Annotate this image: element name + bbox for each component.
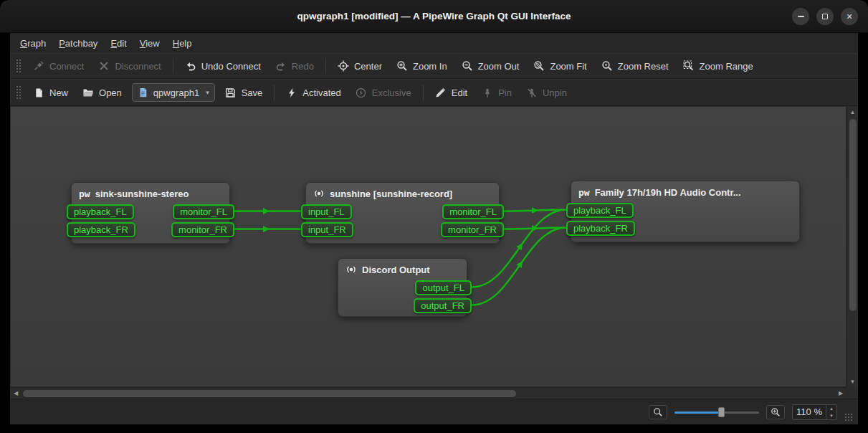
graph-canvas[interactable]: pw sink-sunshine-stereo playback_FL moni… — [10, 106, 846, 387]
hscroll-row: ◀ ▶ — [10, 387, 858, 399]
open-button[interactable]: Open — [75, 83, 129, 102]
port-playback-fr[interactable]: playback_FR — [566, 221, 635, 236]
center-button[interactable]: Center — [330, 57, 389, 75]
save-label: Save — [242, 87, 263, 98]
menu-patchbay[interactable]: Patchbay — [53, 35, 103, 52]
app-window: qpwgraph1 [modified] — A PipeWire Graph … — [0, 0, 868, 433]
spin-up-icon[interactable]: ▲ — [826, 405, 836, 412]
port-input-fr[interactable]: input_FR — [301, 222, 353, 237]
spin-down-icon[interactable]: ▼ — [826, 412, 836, 419]
node-header[interactable]: sunshine [sunshine-record] — [306, 183, 499, 204]
unpin-icon — [526, 87, 538, 98]
zoom-fit-button[interactable]: Zoom Fit — [526, 57, 593, 75]
activated-button[interactable]: Activated — [279, 83, 348, 102]
zoom-reset-button[interactable]: Zoom Reset — [594, 57, 676, 75]
node-sunshine-record[interactable]: sunshine [sunshine-record] input_FL moni… — [305, 182, 500, 244]
node-family-hd-audio[interactable]: pw Family 17h/19h HD Audio Contr... play… — [571, 181, 800, 242]
node-title: Family 17h/19h HD Audio Contr... — [595, 187, 741, 198]
redo-icon — [275, 60, 287, 72]
titlebar[interactable]: qpwgraph1 [modified] — A PipeWire Graph … — [0, 0, 868, 33]
edit-button[interactable]: Edit — [428, 83, 474, 102]
disconnect-label: Disconnect — [115, 61, 161, 72]
zoom-in-label: Zoom In — [413, 61, 447, 72]
center-label: Center — [354, 61, 382, 72]
disconnect-button[interactable]: Disconnect — [91, 57, 168, 75]
horizontal-scrollbar-handle[interactable] — [23, 390, 516, 397]
close-button[interactable]: ✕ — [841, 8, 858, 25]
zoom-percent-spinbox[interactable]: ▲ ▼ — [792, 404, 837, 420]
exclusive-button[interactable]: Exclusive — [348, 83, 419, 102]
zoom-in-icon — [771, 407, 781, 417]
node-sink-sunshine-stereo[interactable]: pw sink-sunshine-stereo playback_FL moni… — [71, 182, 230, 244]
zoom-reset-icon — [601, 60, 613, 72]
zoom-slider-handle[interactable] — [718, 407, 725, 417]
port-playback-fl[interactable]: playback_FL — [566, 203, 634, 218]
toolbar-main: Connect Disconnect Undo Connect Redo — [10, 53, 858, 79]
node-header[interactable]: pw sink-sunshine-stereo — [72, 183, 229, 204]
scrollbar-corner — [846, 387, 858, 399]
connect-button[interactable]: Connect — [26, 57, 91, 75]
window-title: qpwgraph1 [modified] — A PipeWire Graph … — [297, 11, 571, 22]
close-icon: ✕ — [846, 12, 852, 22]
zoom-range-label: Zoom Range — [700, 61, 753, 72]
patchbay-selected-value: qpwgraph1 — [153, 87, 199, 98]
undo-label: Undo Connect — [201, 61, 261, 72]
redo-button[interactable]: Redo — [268, 57, 321, 75]
window-controls: ✕ — [792, 0, 858, 33]
port-output-fl[interactable]: output_FL — [415, 280, 472, 295]
zoom-in-button[interactable]: Zoom In — [389, 57, 454, 75]
menu-help[interactable]: Help — [167, 35, 198, 52]
toolbar-drag-handle[interactable] — [16, 85, 22, 100]
zoom-range-button[interactable]: Zoom Range — [676, 57, 760, 75]
center-icon — [338, 60, 349, 72]
node-title: sink-sunshine-stereo — [95, 189, 189, 199]
horizontal-scrollbar[interactable]: ◀ ▶ — [10, 387, 846, 399]
vertical-scrollbar-handle[interactable] — [849, 119, 857, 311]
minimize-button[interactable] — [792, 8, 809, 25]
unpin-button[interactable]: Unpin — [519, 83, 574, 102]
port-output-fr[interactable]: output_FR — [414, 298, 472, 313]
window-resize-grip[interactable] — [844, 413, 854, 422]
port-monitor-fr[interactable]: monitor_FR — [171, 222, 234, 237]
vertical-scrollbar[interactable]: ▲ ▼ — [846, 106, 858, 387]
canvas-row: pw sink-sunshine-stereo playback_FL moni… — [10, 106, 858, 387]
zoom-slider-fill — [674, 411, 720, 414]
window-frame: Graph Patchbay Edit View Help Connect Di… — [10, 33, 858, 424]
scroll-right-arrow[interactable]: ▶ — [835, 388, 846, 399]
save-button[interactable]: Save — [218, 83, 270, 102]
maximize-button[interactable] — [816, 8, 834, 25]
node-header[interactable]: Discord Output — [338, 259, 467, 280]
statusbar-zoom-in-button[interactable] — [766, 405, 785, 419]
port-monitor-fl[interactable]: monitor_FL — [173, 204, 234, 219]
menu-view[interactable]: View — [134, 35, 166, 52]
patchbay-selector[interactable]: qpwgraph1 ▾ — [132, 83, 215, 102]
port-monitor-fl[interactable]: monitor_FL — [442, 204, 504, 219]
statusbar-zoom-out-button[interactable] — [649, 405, 667, 419]
undo-connect-button[interactable]: Undo Connect — [178, 57, 268, 75]
node-header[interactable]: pw Family 17h/19h HD Audio Contr... — [571, 181, 799, 203]
chevron-down-icon: ▾ — [204, 89, 209, 96]
toolbar-drag-handle[interactable] — [16, 58, 22, 74]
scroll-up-arrow[interactable]: ▲ — [847, 106, 859, 118]
pin-button[interactable]: Pin — [474, 83, 519, 102]
record-icon — [345, 264, 357, 275]
zoom-slider[interactable] — [674, 406, 759, 418]
statusbar: ▲ ▼ — [10, 399, 858, 424]
new-button[interactable]: New — [26, 83, 75, 102]
port-input-fl[interactable]: input_FL — [301, 204, 352, 219]
scroll-down-arrow[interactable]: ▼ — [847, 376, 859, 387]
menu-graph[interactable]: Graph — [14, 35, 52, 52]
zoom-out-button[interactable]: Zoom Out — [454, 57, 527, 75]
connect-icon — [33, 60, 44, 72]
scroll-left-arrow[interactable]: ◀ — [10, 388, 22, 399]
pipewire-icon: pw — [79, 189, 90, 199]
port-playback-fl[interactable]: playback_FL — [67, 204, 134, 219]
node-discord-output[interactable]: Discord Output output_FL output_FR — [338, 258, 467, 317]
port-playback-fr[interactable]: playback_FR — [67, 222, 135, 237]
toolbar-separator — [423, 85, 424, 100]
zoom-percent-input[interactable] — [793, 406, 826, 417]
zoom-range-icon — [683, 60, 695, 72]
menu-edit[interactable]: Edit — [105, 35, 132, 52]
port-monitor-fr[interactable]: monitor_FR — [441, 222, 504, 237]
zoom-out-icon — [462, 60, 473, 72]
